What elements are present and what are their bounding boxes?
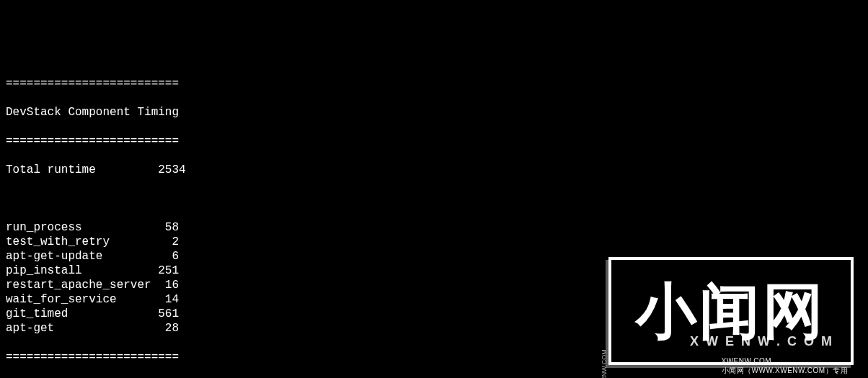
- timing-value: 14: [158, 293, 179, 306]
- watermark-side: XWENW.COM: [601, 349, 608, 378]
- timing-name: pip_install: [6, 264, 158, 277]
- total-label: Total runtime: [6, 163, 96, 176]
- timing-row: run_process 58: [6, 220, 862, 235]
- timing-name: apt-get: [6, 322, 158, 335]
- timing-value: 561: [158, 307, 179, 320]
- total-row: Total runtime 2534: [6, 163, 862, 177]
- divider: =========================: [6, 134, 862, 148]
- timing-name: restart_apache_server: [6, 279, 158, 292]
- timing-name: test_with_retry: [6, 235, 158, 248]
- timing-value: 16: [158, 279, 179, 292]
- timing-name: wait_for_service: [6, 293, 158, 306]
- divider: =========================: [6, 76, 862, 91]
- timing-name: git_timed: [6, 307, 158, 320]
- timing-name: apt-get-update: [6, 250, 158, 263]
- timing-value: 251: [158, 264, 179, 277]
- total-value: 2534: [158, 163, 185, 176]
- timing-value: 28: [158, 322, 179, 335]
- watermark-text: 小闻网: [636, 274, 826, 349]
- timing-row: test_with_retry 2: [6, 235, 862, 249]
- timing-value: 2: [158, 235, 179, 248]
- timing-name: run_process: [6, 221, 158, 234]
- watermark-footer: XWENW.COM 小闻网（WWW.XWENW.COM）专用: [717, 348, 851, 376]
- watermark-sub-left: XWENW.COM: [722, 357, 772, 365]
- timing-header: DevStack Component Timing: [6, 105, 862, 120]
- blank-line: [6, 192, 862, 206]
- timing-value: 58: [158, 221, 179, 234]
- watermark-sub-right: 小闻网（WWW.XWENW.COM）专用: [722, 366, 849, 374]
- timing-value: 6: [158, 250, 179, 263]
